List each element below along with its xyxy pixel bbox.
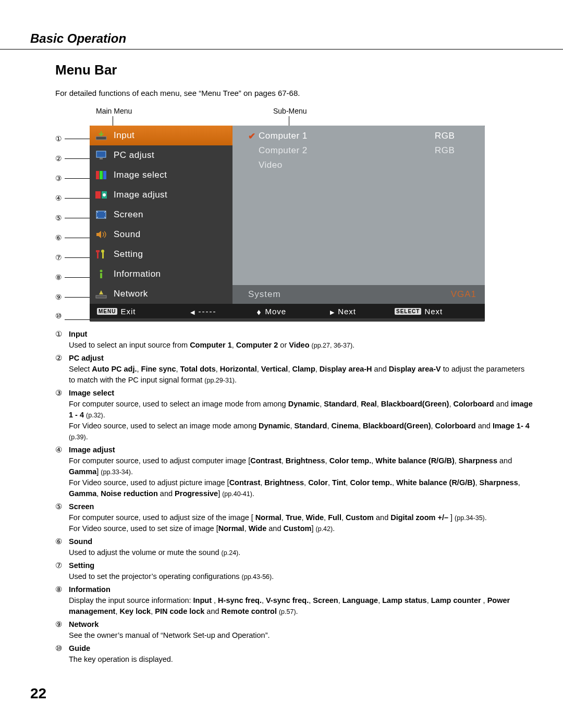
description-item: ④Image adjustFor computer source, used t…	[55, 445, 533, 499]
guide-next1: Next	[330, 307, 356, 316]
guide-exit-label: Exit	[120, 307, 136, 316]
description-num: ②	[55, 353, 69, 386]
menu-item-label: Setting	[114, 249, 143, 260]
submenu-item-label: Computer 2	[259, 145, 435, 156]
svg-rect-5	[103, 171, 106, 179]
svg-rect-0	[96, 137, 106, 140]
monitor-icon	[94, 149, 108, 162]
menu-item-label: Sound	[114, 229, 141, 240]
callout-num: ⑩	[55, 312, 65, 320]
callout-column: ① ② ③ ④ ⑤ ⑥ ⑦ ⑧ ⑨ ⑩	[55, 126, 90, 322]
description-item: ⑥SoundUsed to adjust the volume or mute …	[55, 536, 533, 558]
description-item: ⑤ScreenFor computer source, used to adju…	[55, 501, 533, 534]
input-icon	[94, 129, 108, 142]
description-title: Setting	[69, 560, 533, 571]
tick-line	[113, 116, 113, 126]
menu-item-network[interactable]: Network	[90, 284, 232, 304]
speaker-icon	[94, 228, 108, 241]
check-icon: ✔	[248, 131, 259, 142]
description-text: For computer source, used to select an i…	[69, 399, 533, 442]
label-sub-menu: Sub-Menu	[273, 107, 307, 115]
svg-rect-2	[100, 158, 103, 159]
menu-item-image-select[interactable]: Image select	[90, 165, 232, 185]
svg-rect-11	[96, 250, 100, 252]
callout-num: ④	[55, 194, 65, 202]
menu-diagram: Main Menu Sub-Menu ① ② ③ ④ ⑤ ⑥ ⑦ ⑧ ⑨ ⑩ I…	[55, 107, 533, 322]
description-num: ⑨	[55, 619, 69, 641]
system-row[interactable]: System VGA1	[232, 285, 485, 304]
arrow-right-icon	[330, 307, 335, 316]
subtitle: Menu Bar	[55, 62, 533, 78]
description-num: ⑤	[55, 501, 69, 534]
callout-num: ②	[55, 154, 65, 163]
description-title: Input	[69, 329, 533, 340]
guide-move: Move	[256, 307, 286, 316]
menu-item-label: Image select	[114, 170, 167, 180]
description-text: Used to select an input source from Comp…	[69, 340, 533, 351]
menu-item-label: Network	[114, 289, 148, 299]
screen-icon	[94, 208, 108, 221]
description-text: For computer source, used to adjust comp…	[69, 455, 533, 499]
menu-item-image-adjust[interactable]: Image adjust	[90, 185, 232, 205]
updown-icon	[256, 307, 262, 316]
main-menu-column: Input PC adjust Image select Image adjus…	[90, 126, 232, 304]
guide-next-label: Next	[338, 307, 356, 316]
system-label: System	[248, 289, 451, 300]
description-num: ③	[55, 388, 69, 442]
submenu-item-value: RGB	[435, 131, 476, 141]
menu-item-screen[interactable]: Screen	[90, 205, 232, 225]
menu-item-setting[interactable]: Setting	[90, 244, 232, 264]
intro-text: For detailed functions of each menu, see…	[55, 89, 533, 97]
description-text: Used to set the projector’s operating co…	[69, 571, 533, 582]
description-text: The key operation is displayed.	[69, 654, 533, 665]
svg-rect-3	[96, 171, 99, 179]
callout-num: ③	[55, 174, 65, 182]
menu-item-pc-adjust[interactable]: PC adjust	[90, 145, 232, 165]
select-button-icon: SELECT	[395, 308, 421, 315]
sub-menu-column: ✔ Computer 1 RGB Computer 2 RGB Video	[232, 126, 485, 304]
callout-num: ⑨	[55, 293, 65, 301]
submenu-item-computer1[interactable]: ✔ Computer 1 RGB	[248, 129, 476, 143]
menu-item-label: Image adjust	[114, 190, 167, 200]
menu-item-label: PC adjust	[114, 150, 154, 161]
menu-item-input[interactable]: Input	[90, 126, 232, 145]
label-main-menu: Main Menu	[96, 107, 132, 115]
description-num: ①	[55, 329, 69, 351]
description-title: Image adjust	[69, 445, 533, 455]
menu-item-sound[interactable]: Sound	[90, 225, 232, 244]
palette-icon	[94, 169, 108, 181]
svg-point-8	[103, 193, 106, 196]
svg-rect-16	[96, 295, 106, 298]
network-icon	[94, 288, 108, 300]
description-num: ⑩	[55, 643, 69, 665]
guide-back: -----	[190, 307, 216, 316]
menu-item-label: Input	[114, 130, 134, 141]
description-text: For computer source, used to adjust size…	[69, 512, 533, 534]
arrow-left-icon	[190, 307, 195, 316]
description-text: Display the input source information: In…	[69, 595, 533, 617]
guide-select: SELECT Next	[395, 307, 443, 316]
svg-rect-15	[100, 273, 102, 278]
guide-move-label: Move	[265, 307, 286, 316]
menu-item-information[interactable]: Information	[90, 264, 232, 284]
description-num: ⑦	[55, 560, 69, 582]
osd-panel: Input PC adjust Image select Image adjus…	[90, 126, 485, 322]
description-num: ⑧	[55, 584, 69, 617]
callout-num: ⑤	[55, 214, 65, 222]
menu-item-label: Information	[114, 269, 161, 279]
submenu-item-video[interactable]: Video	[248, 158, 476, 172]
callout-num: ⑧	[55, 273, 65, 281]
callout-num: ⑦	[55, 253, 65, 262]
description-text: Select Auto PC adj., Fine sync, Total do…	[69, 364, 533, 386]
description-item: ⑩GuideThe key operation is displayed.	[55, 643, 533, 665]
page-number: 22	[30, 685, 46, 702]
guide-back-label: -----	[198, 307, 216, 316]
description-num: ④	[55, 445, 69, 499]
menu-item-label: Screen	[114, 209, 143, 220]
description-item: ③Image selectFor computer source, used t…	[55, 388, 533, 442]
tick-line	[289, 116, 289, 126]
section-title: Basic Operation	[30, 31, 533, 46]
menu-button-icon: MENU	[97, 308, 117, 315]
svg-point-13	[101, 250, 104, 253]
submenu-item-computer2[interactable]: Computer 2 RGB	[248, 143, 476, 158]
